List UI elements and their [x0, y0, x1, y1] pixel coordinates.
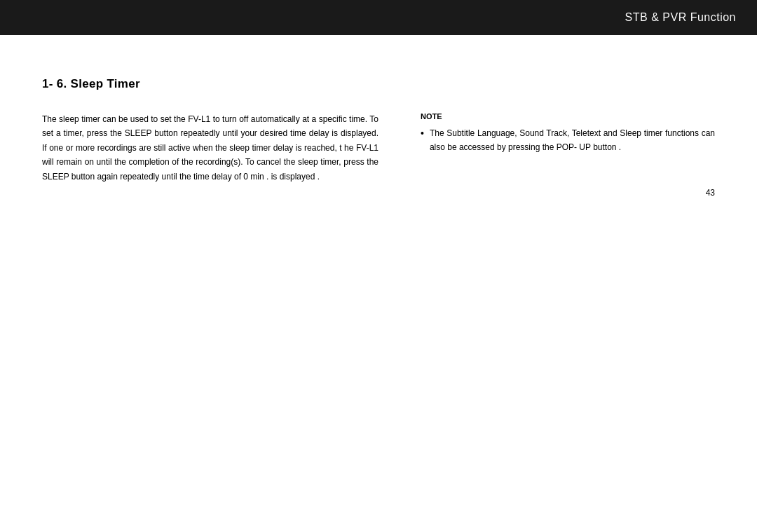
page-number: 43: [706, 188, 715, 198]
note-item: • The Subtitle Language, Sound Track, Te…: [421, 126, 715, 155]
section-title: 1- 6. Sleep Timer: [42, 77, 715, 91]
right-column: NOTE • The Subtitle Language, Sound Trac…: [421, 112, 715, 155]
left-column: The sleep timer can be used to set the F…: [42, 112, 378, 184]
header-title: STB & PVR Function: [625, 11, 736, 24]
two-column-layout: The sleep timer can be used to set the F…: [42, 112, 715, 184]
note-label: NOTE: [421, 112, 715, 121]
page-content: 1- 6. Sleep Timer The sleep timer can be…: [0, 35, 757, 212]
left-body-text: The sleep timer can be used to set the F…: [42, 112, 378, 184]
header-bar: STB & PVR Function: [0, 0, 757, 35]
note-text: The Subtitle Language, Sound Track, Tele…: [430, 126, 715, 155]
bullet-icon: •: [421, 125, 424, 142]
